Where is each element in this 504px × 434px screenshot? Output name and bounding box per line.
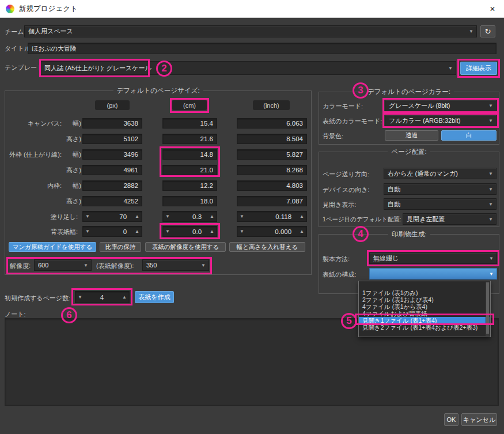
cover-color-mode-dropdown[interactable]: フルカラー (ARGB:32bit) ▼: [385, 115, 497, 126]
chevron-down-icon: ▼: [486, 171, 496, 176]
white-button[interactable]: 白: [441, 130, 497, 141]
refresh-button[interactable]: ↻: [480, 25, 495, 37]
spin-down-icon[interactable]: ▼: [83, 214, 92, 219]
canvas-height-px-field[interactable]: 5102: [82, 134, 142, 144]
chevron-down-icon: ▼: [486, 217, 496, 222]
page-size-group: デフォルトのページサイズ: (px) (cm) (inch) キャンバス: 幅)…: [5, 90, 312, 275]
border-width-px-field[interactable]: 3496: [82, 149, 142, 160]
spread-view-dropdown[interactable]: 自動 ▼: [384, 198, 497, 210]
option-spread-2file[interactable]: 見開き2ファイル (表1+表4および表2+表3): [359, 324, 490, 331]
inner-height-cm-field[interactable]: 18.0: [162, 196, 217, 206]
template-dropdown[interactable]: 同人誌 (A5仕上がり): グレースケール ▼: [40, 61, 456, 75]
spread-view-value: 自動: [384, 200, 486, 209]
initial-pages-value: 4: [85, 294, 120, 301]
manga-guide-button[interactable]: マンガ原稿ガイドを使用する: [9, 242, 96, 252]
first-page-layout-label: 1ページ目のデフォルト配置:: [323, 216, 401, 224]
cover-resolution-dropdown[interactable]: 350 ▼: [142, 259, 209, 271]
spine-px-value: 0: [92, 228, 132, 235]
spin-up-icon[interactable]: ▲: [120, 295, 129, 300]
window-title: 新規プロジェクト: [19, 0, 78, 18]
transparent-button[interactable]: 透過: [385, 130, 438, 141]
border-height-inch-field[interactable]: 8.268: [237, 165, 307, 175]
spin-up-icon[interactable]: ▲: [132, 229, 142, 234]
spin-down-icon[interactable]: ▼: [75, 295, 85, 300]
spin-down-icon[interactable]: ▼: [163, 229, 172, 234]
initial-pages-stepper[interactable]: ▼ 4 ▲: [75, 291, 130, 303]
spin-up-icon[interactable]: ▲: [297, 214, 306, 219]
inner-width-cm-field[interactable]: 12.2: [162, 180, 217, 191]
spin-up-icon[interactable]: ▲: [207, 229, 217, 234]
border-width-inch-field[interactable]: 5.827: [237, 149, 307, 160]
bleed-inch-stepper[interactable]: ▼ 0.118 ▲: [237, 211, 307, 222]
canvas-height-inch-field[interactable]: 8.504: [237, 134, 307, 144]
chevron-down-icon: ▼: [486, 256, 497, 261]
spin-down-icon[interactable]: ▼: [163, 214, 172, 219]
spine-cm-stepper[interactable]: ▼ 0.0 ▲: [162, 226, 217, 237]
binding-method-dropdown[interactable]: 無線綴じ ▼: [369, 252, 497, 264]
spin-up-icon[interactable]: ▲: [207, 214, 217, 219]
color-mode-dropdown[interactable]: グレースケール (8bit) ▼: [385, 100, 497, 111]
option-1file[interactable]: 1ファイル (表1のみ): [359, 289, 490, 296]
option-4file[interactable]: 4ファイル (表1から表4): [359, 303, 490, 310]
spin-down-icon[interactable]: ▼: [83, 229, 92, 234]
canvas-width-inch-field[interactable]: 6.063: [237, 118, 307, 129]
device-orientation-dropdown[interactable]: 自動 ▼: [384, 183, 497, 195]
create-cover-button[interactable]: 表紙を作成: [135, 291, 174, 303]
bleed-px-stepper[interactable]: ▼ 70 ▲: [82, 211, 142, 222]
size-row-label: 内枠: 幅): [5, 182, 81, 190]
canvas-width-cm-field[interactable]: 15.4: [162, 118, 217, 129]
column-header-inch: (inch): [253, 100, 290, 110]
size-row-dim: 幅): [62, 150, 81, 159]
spine-px-stepper[interactable]: ▼ 0 ▲: [82, 226, 142, 237]
spin-down-icon[interactable]: ▼: [237, 214, 247, 219]
size-row-dim: 高さ): [62, 197, 81, 206]
refresh-icon: ↻: [485, 27, 491, 36]
team-dropdown[interactable]: 個人用スペース ▼: [24, 25, 477, 37]
inner-width-inch-field[interactable]: 4.803: [237, 180, 307, 191]
use-cover-resolution-button[interactable]: 表紙の解像度を使用する: [145, 242, 226, 252]
bleed-cm-stepper[interactable]: ▼ 0.3 ▲: [162, 211, 217, 222]
initial-pages-label: 初期作成するページ数:: [5, 294, 70, 303]
size-row-dim: 幅): [62, 119, 81, 128]
ok-button[interactable]: OK: [444, 413, 458, 426]
option-2file[interactable]: 2ファイル (表1および表4): [359, 296, 490, 303]
border-height-px-field[interactable]: 4961: [82, 165, 142, 175]
border-height-cm-field[interactable]: 21.0: [162, 165, 217, 175]
cover-structure-label: 表紙の構成:: [323, 270, 356, 279]
spine-inch-stepper[interactable]: ▼ 0.000 ▲: [237, 226, 307, 237]
chevron-down-icon: ▼: [486, 202, 496, 207]
size-row-dim: 高さ): [62, 166, 81, 175]
first-page-layout-dropdown[interactable]: 見開き左配置 ▼: [403, 213, 497, 225]
bleed-cm-value: 0.3: [172, 213, 207, 220]
inner-height-inch-field[interactable]: 7.087: [237, 196, 307, 206]
option-spread-1file[interactable]: 見開き1ファイル (表1+表4): [359, 317, 490, 324]
resolution-dropdown[interactable]: 600 ▼: [34, 259, 92, 271]
canvas-width-px-field[interactable]: 3638: [82, 118, 142, 129]
color-mode-label: カラーモード:: [323, 102, 363, 111]
border-width-cm-field[interactable]: 14.8: [162, 149, 217, 160]
project-title-input[interactable]: ほおぷの大冒険: [28, 43, 497, 54]
cover-structure-dropdown[interactable]: ▼: [369, 268, 497, 280]
page-color-group-title: デフォルトのページカラー:: [364, 88, 454, 96]
cancel-button[interactable]: キャンセル: [461, 413, 497, 426]
chevron-down-icon: ▼: [445, 66, 456, 71]
canvas-height-cm-field[interactable]: 21.6: [162, 134, 217, 144]
inner-width-px-field[interactable]: 2882: [82, 180, 142, 191]
keep-ratio-button[interactable]: 比率の保持: [100, 242, 141, 252]
column-header-cm: (cm): [172, 100, 207, 110]
spin-down-icon[interactable]: ▼: [237, 229, 247, 234]
popup-scrollbar-thumb[interactable]: [486, 282, 489, 334]
swap-width-height-button[interactable]: 幅と高さを入れ替える: [229, 242, 305, 252]
size-row-label: キャンバス: 幅): [5, 119, 81, 128]
project-title-value: ほおぷの大冒険: [32, 44, 77, 53]
spine-inch-value: 0.000: [247, 228, 297, 235]
popup-scrollbar[interactable]: [486, 282, 490, 336]
chevron-down-icon: ▼: [486, 187, 496, 192]
page-direction-dropdown[interactable]: 右から左 (通常のマンガ) ▼: [384, 168, 497, 179]
detail-view-button[interactable]: 詳細表示: [460, 62, 497, 75]
spin-up-icon[interactable]: ▲: [297, 229, 306, 234]
close-icon[interactable]: ×: [483, 0, 502, 18]
option-4file-spine[interactable]: 4ファイルおよび背表紙: [359, 310, 490, 317]
inner-height-px-field[interactable]: 4252: [82, 196, 142, 206]
spin-up-icon[interactable]: ▲: [132, 214, 142, 219]
